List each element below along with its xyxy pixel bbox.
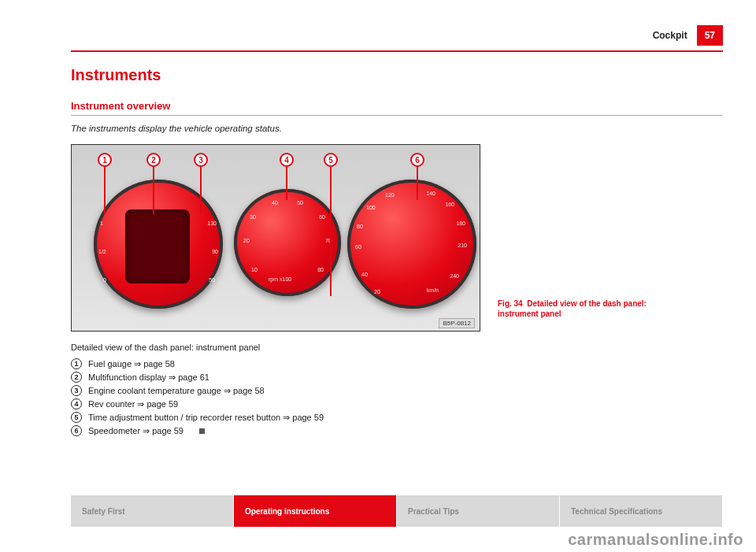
temp-tick-50: 50 [209, 277, 215, 283]
temp-tick-130: 130 [207, 220, 217, 226]
fuel-tick-half: 1/2 [98, 249, 106, 254]
legend-text-2: Multifunction display ⇒ page 61 [88, 372, 209, 383]
kmh-240: 240 [450, 273, 459, 279]
kmh-60: 60 [355, 244, 361, 250]
rpm-50: 50 [297, 200, 303, 206]
watermark: carmanualsonline.info [568, 531, 743, 549]
kmh-20: 20 [374, 289, 380, 295]
callout-5-line [330, 167, 332, 296]
figure: 1 2 3 4 5 6 1 1/2 0 130 90 50 [71, 144, 480, 332]
legend-text-5: Time adjustment button / trip recorder r… [88, 413, 324, 423]
rpm-20: 20 [243, 238, 250, 243]
legend-item-5: 5Time adjustment button / trip recorder … [71, 412, 723, 423]
kmh-120: 120 [385, 192, 395, 198]
legend-num-3: 3 [71, 385, 82, 396]
header-rule [71, 50, 723, 52]
legend-text-4: Rev counter ⇒ page 59 [88, 399, 178, 409]
subsection-rule [71, 115, 723, 116]
callout-3-line [200, 167, 202, 214]
callout-4-line [286, 167, 287, 200]
legend-num-4: 4 [71, 398, 82, 409]
legend-item-6: 6Speedometer ⇒ page 59 [71, 425, 723, 436]
kmh-210: 210 [458, 243, 467, 248]
tab-safety-first[interactable]: Safety First [71, 495, 234, 527]
chapter-title: Cockpit [653, 30, 687, 41]
legend-list: 1Fuel gauge ⇒ page 58 2Multifunction dis… [71, 358, 723, 436]
legend-num-6: 6 [71, 425, 82, 436]
callout-4: 4 [280, 153, 294, 167]
detailed-description: Detailed view of the dash panel: instrum… [71, 343, 723, 352]
rpm-80: 80 [317, 267, 324, 272]
kmh-100: 100 [366, 205, 376, 210]
legend-item-2: 2Multifunction display ⇒ page 61 [71, 372, 723, 383]
tab-practical-tips[interactable]: Practical Tips [397, 495, 560, 527]
legend-item-1: 1Fuel gauge ⇒ page 58 [71, 358, 723, 369]
figure-caption: Fig. 34 Detailed view of the dash panel:… [498, 298, 679, 319]
temp-tick-90: 90 [212, 249, 218, 254]
subsection-title: Instrument overview [71, 100, 723, 112]
footer-tabs: Safety First Operating instructions Prac… [71, 495, 723, 527]
lead-text: The instruments display the vehicle oper… [71, 124, 723, 133]
rpm-60: 60 [319, 214, 325, 220]
callout-1-line [104, 167, 106, 214]
legend-text-3: Engine coolant temperature gauge ⇒ page … [88, 386, 265, 396]
legend-text-1: Fuel gauge ⇒ page 58 [88, 359, 175, 369]
callout-2: 2 [146, 153, 161, 167]
page-number: 57 [697, 25, 723, 46]
rpm-10: 10 [251, 267, 258, 272]
fuel-tick-1: 1 [100, 220, 103, 226]
fuel-tick-0: 0 [103, 277, 106, 283]
callout-6-line [417, 167, 418, 200]
rpm-40: 40 [272, 200, 278, 206]
rev-counter-dial: 10 20 30 40 50 60 70 80 rpm x100 [234, 189, 341, 296]
callout-6: 6 [410, 153, 424, 167]
section-title: Instruments [71, 66, 723, 84]
kmh-label: km/h [427, 287, 439, 293]
rpm-30: 30 [250, 214, 256, 220]
callout-3: 3 [194, 153, 208, 167]
figure-ref-code: B5P-0812 [439, 318, 475, 328]
end-of-section-icon [199, 428, 205, 434]
tab-technical-specifications[interactable]: Technical Specifications [560, 495, 723, 527]
kmh-160: 160 [445, 202, 454, 207]
legend-num-5: 5 [71, 412, 82, 423]
callout-2-line [153, 167, 154, 214]
legend-item-3: 3Engine coolant temperature gauge ⇒ page… [71, 385, 723, 396]
speedometer-dial: 20 40 60 80 100 120 140 160 180 210 240 … [347, 180, 476, 309]
kmh-80: 80 [357, 224, 363, 229]
tab-operating-instructions[interactable]: Operating instructions [234, 495, 397, 527]
kmh-180: 180 [456, 220, 465, 226]
legend-num-1: 1 [71, 358, 82, 369]
rpm-label: rpm x100 [269, 276, 291, 282]
page-header: Cockpit 57 [71, 25, 723, 46]
kmh-140: 140 [426, 191, 435, 196]
multifunction-display [125, 209, 190, 283]
figure-row: 1 2 3 4 5 6 1 1/2 0 130 90 50 [71, 144, 723, 332]
figure-caption-label: Fig. 34 [498, 299, 523, 308]
kmh-40: 40 [361, 272, 368, 277]
callout-5: 5 [324, 153, 338, 167]
callout-1: 1 [98, 153, 112, 167]
legend-text-6: Speedometer ⇒ page 59 [88, 426, 183, 436]
legend-num-2: 2 [71, 372, 82, 383]
legend-item-4: 4Rev counter ⇒ page 59 [71, 398, 723, 409]
